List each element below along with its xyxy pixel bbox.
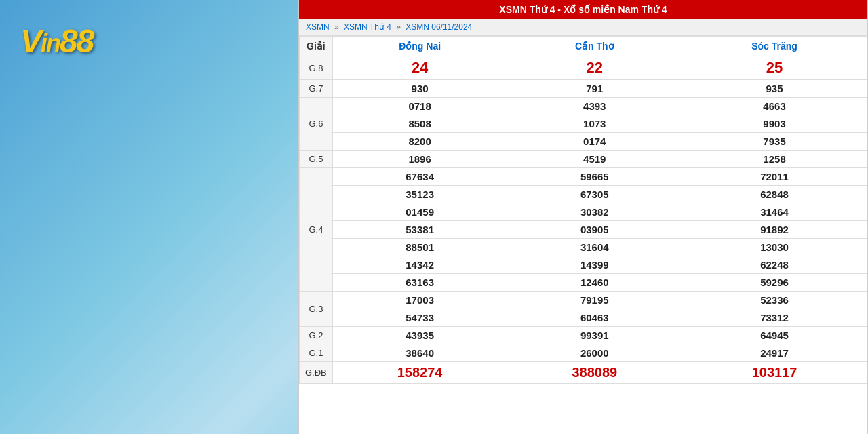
g1-soc-trang: 24917 <box>682 344 867 362</box>
label-g4: G.4 <box>300 168 333 292</box>
g6-dong-nai-1: 0718 <box>332 98 507 115</box>
col-header-soc-trang: Sóc Trăng <box>682 37 867 56</box>
row-g4-5: 88501 31604 13030 <box>300 239 867 256</box>
g6-can-tho-3: 0174 <box>507 133 682 151</box>
g6-can-tho-2: 1073 <box>507 115 682 133</box>
label-g7: G.7 <box>300 80 333 98</box>
row-g4-2: 35123 67305 62848 <box>300 186 867 203</box>
logo-text: Vin88 <box>20 22 93 60</box>
g4-dong-nai-6: 14342 <box>332 256 507 274</box>
g7-dong-nai: 930 <box>332 80 507 98</box>
g4-can-tho-3: 30382 <box>507 203 682 221</box>
g3-dong-nai-1: 17003 <box>332 292 507 309</box>
breadcrumb-sep-2: » <box>396 22 401 32</box>
g4-can-tho-2: 67305 <box>507 186 682 203</box>
g4-dong-nai-4: 53381 <box>332 221 507 239</box>
g3-soc-trang-2: 73312 <box>682 309 867 327</box>
page-title: XSMN Thứ 4 - Xổ số miền Nam Thứ 4 <box>299 0 867 19</box>
row-g4-6: 14342 14399 62248 <box>300 256 867 274</box>
row-g6-2: 8508 1073 9903 <box>300 115 867 133</box>
label-g3: G.3 <box>300 292 333 327</box>
results-table: Giải Đồng Nai Cần Thơ Sóc Trăng G.8 24 2… <box>299 36 867 384</box>
g2-soc-trang: 64945 <box>682 327 867 344</box>
g8-can-tho: 22 <box>507 56 682 80</box>
g2-dong-nai: 43935 <box>332 327 507 344</box>
row-g1: G.1 38640 26000 24917 <box>300 344 867 362</box>
g4-soc-trang-5: 13030 <box>682 239 867 256</box>
row-g8: G.8 24 22 25 <box>300 56 867 80</box>
label-g1: G.1 <box>300 344 333 362</box>
g6-soc-trang-2: 9903 <box>682 115 867 133</box>
gdb-soc-trang: 103117 <box>682 362 867 384</box>
row-g2: G.2 43935 99391 64945 <box>300 327 867 344</box>
g3-soc-trang-1: 52336 <box>682 292 867 309</box>
g2-can-tho: 99391 <box>507 327 682 344</box>
label-g6: G.6 <box>300 98 333 151</box>
g6-can-tho-1: 4393 <box>507 98 682 115</box>
g4-can-tho-6: 14399 <box>507 256 682 274</box>
row-g5: G.5 1896 4519 1258 <box>300 151 867 168</box>
g3-can-tho-2: 60463 <box>507 309 682 327</box>
row-g6-3: 8200 0174 7935 <box>300 133 867 151</box>
row-g4-1: G.4 67634 59665 72011 <box>300 168 867 186</box>
g1-can-tho: 26000 <box>507 344 682 362</box>
g4-can-tho-5: 31604 <box>507 239 682 256</box>
row-g4-4: 53381 03905 91892 <box>300 221 867 239</box>
g4-dong-nai-3: 01459 <box>332 203 507 221</box>
breadcrumb: XSMN » XSMN Thứ 4 » XSMN 06/11/2024 <box>299 19 867 36</box>
g4-dong-nai-7: 63163 <box>332 274 507 292</box>
col-header-can-tho: Cần Thơ <box>507 37 682 56</box>
g6-dong-nai-3: 8200 <box>332 133 507 151</box>
g4-soc-trang-1: 72011 <box>682 168 867 186</box>
g4-soc-trang-7: 59296 <box>682 274 867 292</box>
g4-dong-nai-2: 35123 <box>332 186 507 203</box>
g4-can-tho-7: 12460 <box>507 274 682 292</box>
g4-soc-trang-6: 62248 <box>682 256 867 274</box>
row-g4-7: 63163 12460 59296 <box>300 274 867 292</box>
g3-dong-nai-2: 54733 <box>332 309 507 327</box>
g5-soc-trang: 1258 <box>682 151 867 168</box>
g7-soc-trang: 935 <box>682 80 867 98</box>
g6-soc-trang-1: 4663 <box>682 98 867 115</box>
breadcrumb-xsmn-thu4[interactable]: XSMN Thứ 4 <box>344 22 391 32</box>
g5-can-tho: 4519 <box>507 151 682 168</box>
logo: Vin88 <box>20 14 156 68</box>
row-g3-2: 54733 60463 73312 <box>300 309 867 327</box>
label-gdb: G.ĐB <box>300 362 333 384</box>
gdb-can-tho: 388089 <box>507 362 682 384</box>
label-g8: G.8 <box>300 56 333 80</box>
g4-soc-trang-2: 62848 <box>682 186 867 203</box>
row-g3-1: G.3 17003 79195 52336 <box>300 292 867 309</box>
g4-can-tho-4: 03905 <box>507 221 682 239</box>
g4-dong-nai-5: 88501 <box>332 239 507 256</box>
label-g5: G.5 <box>300 151 333 168</box>
gdb-dong-nai: 158274 <box>332 362 507 384</box>
g6-dong-nai-2: 8508 <box>332 115 507 133</box>
g6-soc-trang-3: 7935 <box>682 133 867 151</box>
row-g4-3: 01459 30382 31464 <box>300 203 867 221</box>
g4-soc-trang-4: 91892 <box>682 221 867 239</box>
g5-dong-nai: 1896 <box>332 151 507 168</box>
g3-can-tho-1: 79195 <box>507 292 682 309</box>
breadcrumb-xsmn[interactable]: XSMN <box>306 22 330 32</box>
g1-dong-nai: 38640 <box>332 344 507 362</box>
main-container: XSMN Thứ 4 - Xổ số miền Nam Thứ 4 XSMN »… <box>298 0 868 434</box>
row-g7: G.7 930 791 935 <box>300 80 867 98</box>
g8-soc-trang: 25 <box>682 56 867 80</box>
g4-can-tho-1: 59665 <box>507 168 682 186</box>
g7-can-tho: 791 <box>507 80 682 98</box>
g4-soc-trang-3: 31464 <box>682 203 867 221</box>
col-header-dong-nai: Đồng Nai <box>332 37 507 56</box>
label-g2: G.2 <box>300 327 333 344</box>
row-gdb: G.ĐB 158274 388089 103117 <box>300 362 867 384</box>
breadcrumb-sep-1: » <box>334 22 339 32</box>
row-g6-1: G.6 0718 4393 4663 <box>300 98 867 115</box>
col-header-giai: Giải <box>300 37 333 56</box>
breadcrumb-date[interactable]: XSMN 06/11/2024 <box>406 22 472 32</box>
g8-dong-nai: 24 <box>332 56 507 80</box>
g4-dong-nai-1: 67634 <box>332 168 507 186</box>
